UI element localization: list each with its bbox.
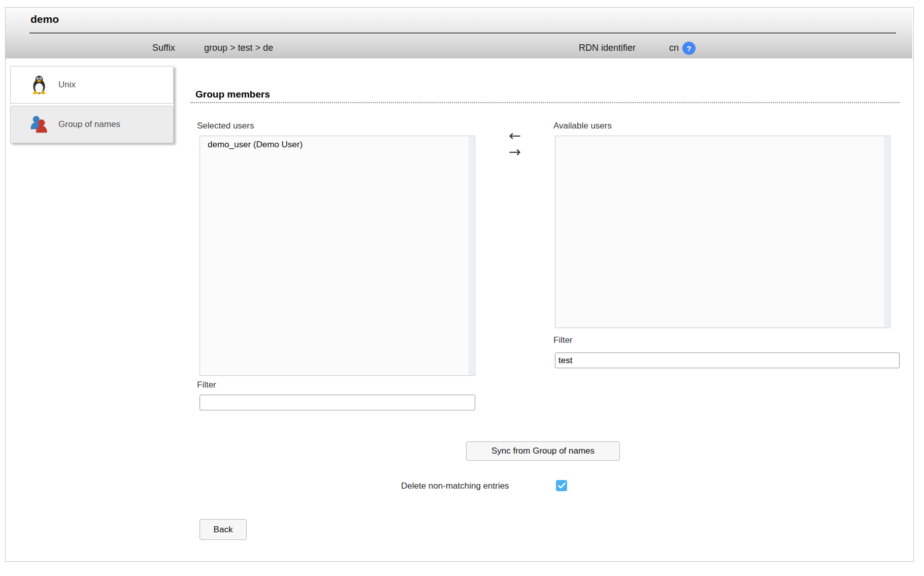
available-filter-input[interactable] [555,353,900,368]
transfer-arrows: ← → [504,128,526,160]
back-button[interactable]: Back [200,519,247,540]
rdn-identifier-label: RDN identifier [579,43,636,53]
selected-users-listbox[interactable]: demo_user (Demo User) [200,136,475,376]
page-title: demo [30,13,59,25]
tab-unix[interactable]: Unix [10,66,174,104]
tab-unix-label: Unix [58,80,76,90]
rdn-identifier-value: cn [669,43,679,53]
move-left-arrow-button[interactable]: ← [504,128,526,144]
tux-penguin-icon [29,75,49,94]
selected-filter-label: Filter [197,380,216,390]
delete-non-matching-label: Delete non-matching entries [401,481,509,491]
available-filter-label: Filter [553,335,573,345]
sync-from-group-of-names-button[interactable]: Sync from Group of names [466,441,620,461]
available-users-label: Available users [553,121,612,131]
move-right-arrow-button[interactable]: → [504,144,526,160]
tab-group-of-names-label: Group of names [58,119,120,130]
selected-filter-input[interactable] [200,395,475,410]
checkmark-icon [558,483,566,489]
title-divider [29,33,896,34]
suffix-value: group > test > de [204,43,273,53]
available-users-listbox[interactable] [555,136,890,328]
selected-users-label: Selected users [197,121,254,131]
scrollbar-track[interactable] [469,137,474,375]
module-tabbar: Unix Group of names [10,66,174,143]
suffix-label: Suffix [152,43,175,53]
scrollbar-track[interactable] [884,137,889,327]
help-icon[interactable]: ? [682,42,696,55]
list-item[interactable]: demo_user (Demo User) [200,136,475,150]
section-divider [190,95,900,103]
lam-edit-page: demo Suffix group > test > de RDN identi… [0,0,924,576]
group-people-icon [29,114,49,135]
tab-group-of-names[interactable]: Group of names [10,106,174,143]
delete-non-matching-checkbox[interactable] [556,480,567,491]
